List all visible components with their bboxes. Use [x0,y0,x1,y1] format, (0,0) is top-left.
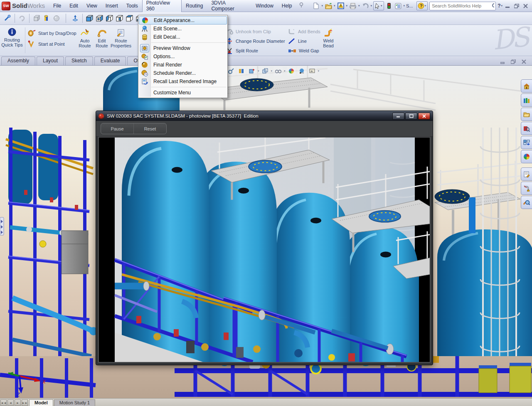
solidworks-resources-button[interactable] [521,79,532,93]
menu-item-final-render[interactable]: Final Render [139,61,227,69]
menu-file[interactable]: File [49,1,65,10]
new-document-icon[interactable] [312,2,320,10]
preview-maximize-button[interactable] [405,113,417,120]
tab-layout[interactable]: Layout [37,57,64,65]
photoview-preview-window[interactable]: SW 020083 SAC SYSTEM.SLDASM - photoview … [96,111,433,365]
view-left-cube-icon[interactable] [105,13,115,23]
tab-sketch[interactable]: Sketch [65,57,93,65]
help-menu[interactable]: ? [498,3,500,9]
menu-item-schedule-render[interactable]: Schedule Render... [139,69,227,77]
dropdown-arrow-icon[interactable]: ▾ [271,69,273,73]
tab-assembly[interactable]: Assembly [1,57,35,65]
menu-window[interactable]: Window [251,1,278,10]
model-tab[interactable]: Model [29,399,53,406]
dropdown-arrow-icon[interactable]: ▾ [258,69,259,73]
start-at-point-button[interactable]: Start at Point [27,40,65,48]
menu-item-recall-last-rendered[interactable]: Recall Last Rendered Image [139,77,227,86]
scroll-prev-button[interactable]: ◄ [7,399,14,406]
dropdown-arrow-icon[interactable]: ▾ [334,4,335,7]
unhook-from-clip-button[interactable]: Unhook from Clip [226,27,271,36]
menu-item-edit-appearance[interactable]: Edit Appearance... [139,16,227,25]
doc-minimize-button[interactable] [500,60,505,64]
rotate-view-icon[interactable] [17,13,27,23]
menu-tools[interactable]: Tools [122,1,142,10]
dropdown-arrow-icon[interactable]: ▾ [501,4,502,7]
view-palette-button[interactable] [521,136,532,149]
view-back-cube-icon[interactable] [95,13,105,23]
dropdown-arrow-icon[interactable]: ▾ [404,4,405,7]
dropdown-arrow-icon[interactable]: ▾ [371,4,372,7]
edit-route-button[interactable]: Edit Route [94,28,110,48]
help-search[interactable] [429,2,496,10]
routing-quick-tips-button[interactable]: Routing Quick Tips [1,27,23,47]
search-icon[interactable] [492,3,494,9]
section-view-icon[interactable] [247,66,256,76]
help-tool[interactable]: ?▾ [416,1,428,10]
auto-route-button[interactable]: Auto Route [76,28,93,48]
shaded-sphere-icon[interactable] [52,13,62,23]
display-style-icon[interactable] [273,66,283,76]
motion-study-tab[interactable]: Motion Study 1 [54,399,95,406]
menu-photoview-360[interactable]: PhotoView 360 [142,0,182,13]
weld-bead-button[interactable]: Weld Bead [319,28,337,48]
preview-titlebar[interactable]: SW 020083 SAC SYSTEM.SLDASM - photoview … [96,111,433,121]
search-input[interactable] [431,3,492,9]
view-orientation-icon[interactable] [261,66,270,76]
texture-cylinder-icon[interactable] [42,13,52,23]
weld-gap-button[interactable]: Weld Gap [288,47,319,55]
menu-insert[interactable]: Insert [101,1,122,10]
custom-properties-button[interactable] [521,167,532,181]
menu-routing[interactable]: Routing [182,1,207,10]
file-explorer-button[interactable] [521,108,532,121]
menu-item-edit-scene[interactable]: Edit Scene... [139,25,227,33]
dropdown-arrow-icon[interactable]: ▾ [284,69,286,73]
menu-pin-icon[interactable] [299,2,304,10]
scroll-first-button[interactable]: ◄◄ [0,399,7,406]
reset-button[interactable]: Reset [134,123,166,134]
pipe-routing-tools-button[interactable] [521,182,532,195]
appearances-scenes-button[interactable] [521,150,532,163]
menu-edit[interactable]: Edit [65,1,82,10]
view-front-cube-icon[interactable] [85,13,95,23]
scroll-last-button[interactable]: ►► [22,399,28,406]
traffic-light-icon[interactable] [385,2,393,10]
change-route-diameter-button[interactable]: Change Route Diameter [226,37,285,45]
close-button[interactable] [523,4,528,8]
options-checklist-icon[interactable] [394,2,402,10]
menu-item-customize-menu[interactable]: Customize Menu [139,89,227,97]
doc-close-button[interactable] [522,59,526,64]
dropdown-arrow-icon[interactable]: ▾ [425,4,426,7]
print-icon[interactable] [349,2,357,10]
scroll-next-button[interactable]: ► [15,399,21,406]
menu-item-preview-window[interactable]: Preview Window [139,44,227,52]
normal-to-icon[interactable] [70,13,80,23]
magnify-tool-icon[interactable] [2,13,12,23]
scene-icon[interactable] [297,66,306,76]
select-tool[interactable]: ▾ [373,1,384,10]
tab-evaluate[interactable]: Evaluate [94,57,126,65]
preview-close-button[interactable] [418,113,430,120]
rebuild-icon[interactable] [337,2,345,10]
view-top-cube-icon[interactable] [125,13,135,23]
design-library-button[interactable] [521,94,532,107]
menu-item-options[interactable]: Options... [139,52,227,61]
view-right-cube-icon[interactable] [115,13,125,23]
shaded-cube-icon[interactable] [32,13,42,23]
featuremanager-collapsed-tab[interactable] [0,217,4,235]
menu-view[interactable]: View [82,1,101,10]
headsup-view-toolbar[interactable]: ▾ ▾ ▾ ▾ [227,66,319,76]
split-route-button[interactable]: Split Route [226,47,258,55]
toolbar-overflow-label[interactable]: S... [406,3,413,8]
dropdown-arrow-icon[interactable]: ▾ [346,4,348,7]
open-document-icon[interactable] [324,2,332,10]
start-by-dragdrop-button[interactable]: Start by Drag/Drop [27,29,76,37]
dropdown-arrow-icon[interactable]: ▾ [322,4,323,7]
menu-3dvia-composer[interactable]: 3DVIA Composer [207,0,251,13]
undo-icon[interactable] [361,2,369,10]
zoom-area-icon[interactable] [237,66,246,76]
dropdown-arrow-icon[interactable]: ▾ [358,4,360,7]
doc-restore-button[interactable] [511,59,516,64]
restore-button[interactable] [514,4,519,8]
pause-button[interactable]: Pause [101,123,134,134]
dropdown-arrow-icon[interactable]: ▾ [318,69,320,73]
